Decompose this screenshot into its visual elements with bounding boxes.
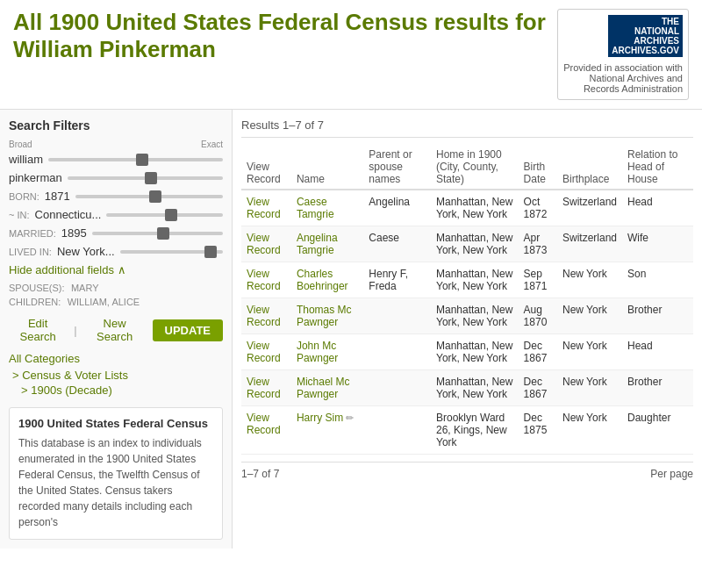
slider-thumb-william[interactable] (136, 154, 148, 166)
slider-track-born[interactable] (75, 195, 223, 198)
slider-track-pinkerman[interactable] (68, 176, 223, 180)
col-parent-spouse: Parent or spouse names (363, 145, 431, 190)
relation-cell: Daughter (622, 406, 693, 455)
home-cell: Manhattan, New York, New York (431, 190, 519, 226)
col-home: Home in 1900 (City, County, State) (431, 145, 519, 190)
slider-track-william[interactable] (48, 158, 223, 161)
spouse-value: Mary (71, 283, 99, 293)
parent-spouse-cell (363, 298, 431, 334)
birth-date-cell: Dec 1867 (519, 334, 557, 370)
name-link[interactable]: John Mc Pawnger (297, 340, 338, 364)
parent-spouse-cell (363, 334, 431, 370)
parent-spouse-cell: Caese (363, 226, 431, 262)
col-name: Name (291, 145, 363, 190)
update-button[interactable]: UPDATE (153, 319, 223, 341)
view-record-link[interactable]: View Record (247, 376, 281, 400)
chevron-up-icon: ∧ (118, 263, 126, 276)
view-record-cell: View Record (241, 370, 291, 406)
slider-thumb-pinkerman[interactable] (145, 172, 157, 184)
edit-icon[interactable]: ✏ (343, 412, 354, 423)
name-link[interactable]: Charles Boehringer (297, 268, 348, 292)
filter-born: BORN: 1871 (9, 190, 223, 203)
birth-date-cell: Aug 1870 (519, 298, 557, 334)
name-cell: Angelina Tamgrie (291, 226, 363, 262)
parent-spouse-cell (363, 406, 431, 455)
view-record-link[interactable]: View Record (247, 232, 281, 256)
slider-thumb-born[interactable] (149, 190, 161, 203)
db-info-box: 1900 United States Federal Census This d… (9, 407, 223, 540)
view-record-link[interactable]: View Record (247, 268, 281, 292)
view-record-link[interactable]: View Record (247, 304, 281, 328)
birth-date-cell: Oct 1872 (519, 190, 557, 226)
home-cell: Manhattan, New York, New York (431, 226, 519, 262)
hide-additional-label: Hide additional fields (9, 263, 114, 276)
slider-row-lived-in[interactable]: LIVED IN: New York... (9, 245, 223, 258)
main-layout: Search Filters Broad Exact william pinke… (0, 110, 702, 549)
slider-track-married[interactable] (92, 232, 223, 235)
hide-additional-fields-toggle[interactable]: Hide additional fields ∧ (9, 263, 223, 276)
slider-row-pinkerman[interactable]: pinkerman (9, 171, 223, 184)
slider-row-in[interactable]: ~ IN: Connecticu... (9, 208, 223, 221)
sidebar: Search Filters Broad Exact william pinke… (0, 110, 233, 549)
all-categories-link[interactable]: All Categories (9, 352, 223, 365)
results-footer: 1–7 of 7 Per page (241, 462, 693, 480)
results-table: View Record Name Parent or spouse names … (241, 145, 693, 455)
filter-lived-in-label: LIVED IN: (9, 247, 52, 257)
spouse-label: SPOUSE(S): (9, 283, 65, 293)
page-title: All 1900 United States Federal Census re… (13, 9, 557, 63)
slider-track-in[interactable] (106, 213, 223, 217)
census-voter-lists-link[interactable]: Census & Voter Lists (9, 369, 223, 382)
slider-thumb-in[interactable] (165, 209, 177, 221)
home-cell: Manhattan, New York, New York (431, 262, 519, 298)
slider-row-married[interactable]: MARRIED: 1895 (9, 226, 223, 240)
name-link[interactable]: Harry Sim (297, 412, 343, 424)
birthplace-cell: New York (557, 334, 622, 370)
slider-row-william[interactable]: william (9, 153, 223, 166)
slider-thumb-married[interactable] (157, 227, 169, 240)
home-cell: Manhattan, New York, New York (431, 334, 519, 370)
relation-cell: Wife (622, 226, 693, 262)
birth-date-cell: Sep 1871 (519, 262, 557, 298)
new-search-button[interactable]: New Search (84, 317, 146, 343)
table-row: View RecordCharles BoehringerHenry F, Fr… (241, 262, 693, 298)
parent-spouse-cell: Henry F, Freda (363, 262, 431, 298)
logo-text: Provided in association with National Ar… (563, 62, 683, 94)
view-record-cell: View Record (241, 262, 291, 298)
children-field: CHILDREN: William, alice (9, 296, 223, 308)
view-record-cell: View Record (241, 190, 291, 226)
name-link[interactable]: Thomas Mc Pawnger (297, 304, 352, 328)
view-record-cell: View Record (241, 298, 291, 334)
home-cell: Brooklyn Ward 26, Kings, New York (431, 406, 519, 455)
name-link[interactable]: Angelina Tamgrie (297, 232, 338, 256)
table-row: View RecordHarry Sim ✏Brooklyn Ward 26, … (241, 406, 693, 455)
slider-row-born[interactable]: BORN: 1871 (9, 190, 223, 203)
edit-search-button[interactable]: Edit Search (9, 317, 67, 343)
relation-cell: Head (622, 190, 693, 226)
footer-count: 1–7 of 7 (241, 468, 279, 480)
col-birth-date: Birth Date (519, 145, 557, 190)
name-link[interactable]: Caese Tamgrie (297, 196, 334, 220)
filter-married-label: MARRIED: (9, 228, 56, 239)
national-archives-logo: THENATIONALARCHIVESARCHIVES.GOV Provided… (557, 9, 689, 100)
view-record-link[interactable]: View Record (247, 340, 281, 364)
view-record-link[interactable]: View Record (247, 412, 281, 436)
filter-in-value: Connecticu... (35, 208, 102, 221)
birthplace-cell: New York (557, 262, 622, 298)
filter-married: MARRIED: 1895 (9, 226, 223, 240)
page-header: All 1900 United States Federal Census re… (0, 0, 702, 110)
filter-william-value: william (9, 153, 43, 166)
1900s-decade-link[interactable]: 1900s (Decade) (9, 384, 223, 397)
view-record-cell: View Record (241, 406, 291, 455)
birthplace-cell: New York (557, 370, 622, 406)
slider-thumb-lived-in[interactable] (204, 246, 217, 258)
home-cell: Manhattan, New York, New York (431, 370, 519, 406)
table-row: View RecordAngelina TamgrieCaeseManhatta… (241, 226, 693, 262)
view-record-link[interactable]: View Record (247, 196, 281, 220)
birthplace-cell: Switzerland (557, 226, 622, 262)
filter-pinkerman: pinkerman (9, 171, 223, 184)
name-link[interactable]: Michael Mc Pawnger (297, 376, 350, 400)
sidebar-title: Search Filters (9, 118, 223, 133)
slider-track-lived-in[interactable] (120, 250, 223, 254)
filter-born-value: 1871 (45, 190, 70, 203)
filter-married-value: 1895 (61, 226, 87, 240)
